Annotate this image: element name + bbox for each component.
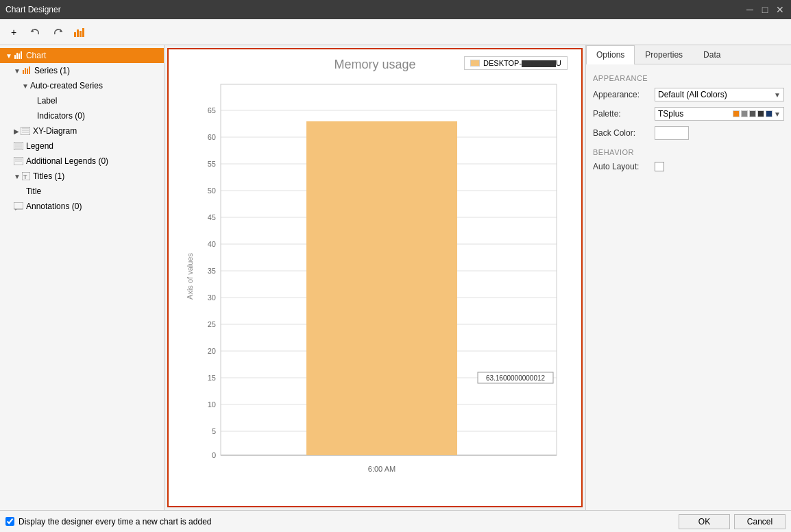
sidebar-item-label[interactable]: Label: [0, 93, 164, 108]
redo-button[interactable]: [48, 23, 67, 42]
svg-rect-3: [82, 28, 84, 37]
toggle-xy[interactable]: ▶: [14, 128, 19, 135]
toggle-series[interactable]: ▼: [14, 67, 21, 75]
swatch-black: [757, 110, 764, 117]
title-bar: Chart Designer ─ □ ✕: [0, 0, 791, 19]
auto-layout-checkbox[interactable]: [655, 162, 664, 171]
window-controls: ─ □ ✕: [744, 4, 786, 15]
cancel-button[interactable]: Cancel: [734, 514, 786, 529]
svg-rect-6: [19, 53, 20, 59]
chart-legend: DESKTOP-redactedU: [464, 56, 568, 70]
svg-rect-8: [23, 70, 24, 74]
auto-series-label: Auto-created Series: [30, 81, 103, 90]
bottom-bar: Display the designer every time a new ch…: [0, 510, 791, 532]
svg-text:0: 0: [212, 451, 216, 459]
back-color-label: Back Color:: [593, 128, 655, 138]
legend-color: [470, 60, 480, 66]
chart-icon: [14, 51, 23, 60]
back-color-picker[interactable]: [655, 126, 689, 140]
toolbar: +: [0, 19, 791, 45]
svg-rect-4: [14, 55, 16, 59]
xy-diagram-label: XY-Diagram: [33, 126, 77, 136]
svg-marker-26: [15, 209, 17, 210]
svg-text:55: 55: [208, 160, 216, 168]
svg-rect-25: [14, 202, 23, 209]
svg-rect-0: [74, 32, 76, 37]
svg-rect-2: [80, 31, 82, 37]
tab-properties[interactable]: Properties: [635, 45, 693, 64]
minimize-button[interactable]: ─: [744, 4, 755, 15]
svg-text:65: 65: [208, 106, 216, 114]
sidebar-item-annotations[interactable]: Annotations (0): [0, 199, 164, 214]
undo-icon: [30, 27, 41, 38]
window-title: Chart Designer: [5, 5, 61, 14]
add-button[interactable]: +: [4, 23, 23, 42]
toggle-chart[interactable]: ▼: [5, 52, 12, 60]
sidebar: ▼ Chart ▼ Series (1) ▼ Aut: [0, 45, 165, 510]
undo-button[interactable]: [26, 23, 45, 42]
svg-text:60: 60: [208, 133, 216, 141]
chart-area[interactable]: Memory usage DESKTOP-redactedU 65 60: [167, 48, 583, 507]
sidebar-item-indicators[interactable]: Indicators (0): [0, 108, 164, 123]
appearance-dropdown-arrow: ▼: [774, 91, 781, 99]
chart-button[interactable]: [70, 23, 89, 42]
label-label: Label: [37, 96, 57, 106]
additional-legends-icon: [14, 157, 23, 165]
svg-rect-5: [16, 53, 18, 59]
sidebar-item-chart[interactable]: ▼ Chart: [0, 48, 164, 63]
svg-text:45: 45: [208, 213, 216, 221]
maximize-button[interactable]: □: [759, 4, 770, 15]
sidebar-item-series[interactable]: ▼ Series (1): [0, 63, 164, 78]
sidebar-item-xy-diagram[interactable]: ▶ XY-Diagram: [0, 123, 164, 138]
sidebar-item-title[interactable]: Title: [0, 184, 164, 199]
appearance-dropdown[interactable]: Default (All Colors) ▼: [655, 88, 784, 101]
sidebar-item-additional-legends[interactable]: Additional Legends (0): [0, 154, 164, 169]
annotations-label: Annotations (0): [26, 202, 82, 211]
bottom-left: Display the designer every time a new ch…: [5, 517, 211, 527]
x-axis-label: 6:00 AM: [368, 465, 396, 473]
palette-swatches: ▼: [733, 110, 781, 118]
tab-options[interactable]: Options: [586, 45, 635, 64]
auto-layout-row: Auto Layout:: [593, 162, 784, 171]
auto-layout-control: [655, 162, 784, 171]
close-button[interactable]: ✕: [775, 4, 786, 15]
sidebar-item-auto-series[interactable]: ▼ Auto-created Series: [0, 78, 164, 93]
svg-text:10: 10: [208, 400, 216, 409]
ok-button[interactable]: OK: [679, 514, 730, 529]
xy-diagram-icon: [21, 127, 30, 135]
palette-name: TSplus: [658, 109, 683, 119]
appearance-row: Appearance: Default (All Colors) ▼: [593, 88, 784, 101]
designer-checkbox[interactable]: [5, 517, 14, 526]
swatch-navy: [766, 110, 772, 117]
palette-dropdown-arrow: ▼: [774, 110, 781, 118]
bar-value-label: 63.1600000000012: [486, 374, 546, 382]
sidebar-item-titles[interactable]: ▼ T Titles (1): [0, 169, 164, 184]
back-color-control: [655, 126, 784, 140]
tab-data[interactable]: Data: [693, 45, 731, 64]
palette-dropdown[interactable]: TSplus ▼: [655, 107, 784, 121]
back-color-row: Back Color:: [593, 126, 784, 140]
y-axis-label: Axis of values: [186, 253, 194, 300]
redo-icon: [52, 27, 63, 38]
appearance-header: APPEARANCE: [593, 74, 784, 82]
svg-text:15: 15: [208, 374, 216, 382]
title-label: Title: [26, 186, 41, 196]
svg-rect-1: [77, 29, 79, 37]
svg-rect-9: [25, 68, 26, 74]
designer-label: Display the designer every time a new ch…: [19, 517, 211, 527]
right-panel: Options Properties Data APPEARANCE Appea…: [585, 45, 791, 510]
behavior-header: BEHAVIOR: [593, 148, 784, 156]
chart-bar: [306, 121, 457, 455]
sidebar-item-legend[interactable]: Legend: [0, 138, 164, 154]
chart-label: Chart: [26, 51, 46, 60]
svg-text:30: 30: [208, 293, 216, 302]
svg-text:T: T: [23, 173, 27, 180]
toggle-titles[interactable]: ▼: [14, 173, 21, 180]
palette-label: Palette:: [593, 109, 655, 119]
svg-rect-11: [29, 66, 30, 74]
panel-content: APPEARANCE Appearance: Default (All Colo…: [586, 64, 791, 510]
toggle-auto-series[interactable]: ▼: [22, 82, 29, 90]
tab-bar: Options Properties Data: [586, 45, 791, 64]
palette-control: TSplus ▼: [655, 107, 784, 121]
titles-icon: T: [22, 172, 30, 180]
